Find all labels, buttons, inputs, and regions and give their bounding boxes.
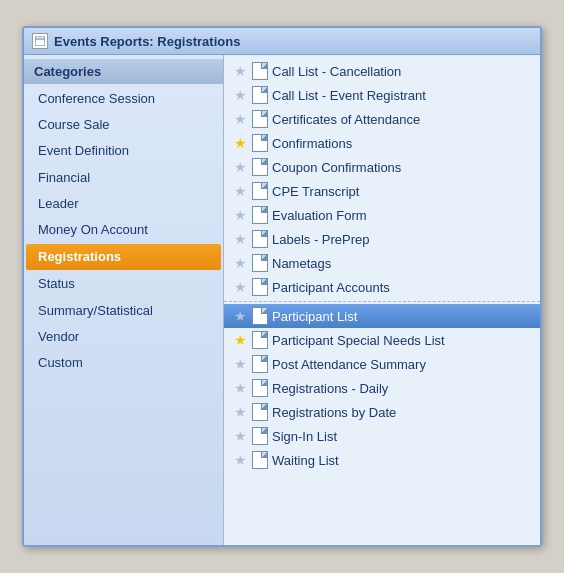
report-certificates-of-attendance[interactable]: ★ Certificates of Attendance (224, 107, 540, 131)
sidebar: Categories Conference Session Course Sal… (24, 55, 224, 545)
star-icon[interactable]: ★ (232, 255, 248, 271)
sidebar-item-vendor[interactable]: Vendor (24, 324, 223, 350)
sidebar-item-money-on-account[interactable]: Money On Account (24, 217, 223, 243)
star-icon[interactable]: ★ (232, 159, 248, 175)
doc-icon (252, 278, 268, 296)
sidebar-item-financial[interactable]: Financial (24, 165, 223, 191)
report-nametags[interactable]: ★ Nametags (224, 251, 540, 275)
report-sign-in-list[interactable]: ★ Sign-In List (224, 424, 540, 448)
report-coupon-confirmations[interactable]: ★ Coupon Confirmations (224, 155, 540, 179)
report-participant-list[interactable]: ★ Participant List (224, 304, 540, 328)
title-bar: Events Reports: Registrations (24, 28, 540, 55)
star-icon[interactable]: ★ (232, 332, 248, 348)
sidebar-item-conference-session[interactable]: Conference Session (24, 86, 223, 112)
report-registrations-daily[interactable]: ★ Registrations - Daily (224, 376, 540, 400)
report-call-list-event-registrant[interactable]: ★ Call List - Event Registrant (224, 83, 540, 107)
reports-panel: ★ Call List - Cancellation ★ Call List -… (224, 55, 540, 545)
sidebar-item-course-sale[interactable]: Course Sale (24, 112, 223, 138)
report-confirmations[interactable]: ★ Confirmations (224, 131, 540, 155)
window-title: Events Reports: Registrations (54, 34, 240, 49)
doc-icon (252, 182, 268, 200)
doc-icon (252, 206, 268, 224)
star-icon[interactable]: ★ (232, 87, 248, 103)
sidebar-item-registrations[interactable]: Registrations (26, 244, 221, 270)
star-icon[interactable]: ★ (232, 279, 248, 295)
star-icon[interactable]: ★ (232, 308, 248, 324)
window-icon (32, 33, 48, 49)
doc-icon (252, 451, 268, 469)
report-evaluation-form[interactable]: ★ Evaluation Form (224, 203, 540, 227)
star-icon[interactable]: ★ (232, 207, 248, 223)
doc-icon (252, 355, 268, 373)
doc-icon (252, 427, 268, 445)
sidebar-item-custom[interactable]: Custom (24, 350, 223, 376)
report-post-attendance-summary[interactable]: ★ Post Attendance Summary (224, 352, 540, 376)
report-participant-special-needs[interactable]: ★ Participant Special Needs List (224, 328, 540, 352)
content-area: Categories Conference Session Course Sal… (24, 55, 540, 545)
star-icon[interactable]: ★ (232, 135, 248, 151)
svg-rect-2 (36, 40, 44, 45)
report-participant-accounts[interactable]: ★ Participant Accounts (224, 275, 540, 299)
doc-icon (252, 158, 268, 176)
sidebar-item-summary-statistical[interactable]: Summary/Statistical (24, 298, 223, 324)
star-icon[interactable]: ★ (232, 380, 248, 396)
sidebar-header: Categories (24, 59, 223, 84)
report-waiting-list[interactable]: ★ Waiting List (224, 448, 540, 472)
star-icon[interactable]: ★ (232, 183, 248, 199)
sidebar-item-leader[interactable]: Leader (24, 191, 223, 217)
star-icon[interactable]: ★ (232, 428, 248, 444)
star-icon[interactable]: ★ (232, 63, 248, 79)
star-icon[interactable]: ★ (232, 356, 248, 372)
report-labels-preprep[interactable]: ★ Labels - PrePrep (224, 227, 540, 251)
divider (224, 301, 540, 302)
doc-icon (252, 110, 268, 128)
doc-icon (252, 86, 268, 104)
doc-icon (252, 62, 268, 80)
report-cpe-transcript[interactable]: ★ CPE Transcript (224, 179, 540, 203)
doc-icon (252, 254, 268, 272)
star-icon[interactable]: ★ (232, 404, 248, 420)
sidebar-item-status[interactable]: Status (24, 271, 223, 297)
star-icon[interactable]: ★ (232, 111, 248, 127)
star-icon[interactable]: ★ (232, 452, 248, 468)
main-window: Events Reports: Registrations Categories… (22, 26, 542, 547)
report-registrations-by-date[interactable]: ★ Registrations by Date (224, 400, 540, 424)
sidebar-item-event-definition[interactable]: Event Definition (24, 138, 223, 164)
doc-icon (252, 134, 268, 152)
doc-icon (252, 307, 268, 325)
doc-icon (252, 331, 268, 349)
doc-icon (252, 403, 268, 421)
doc-icon (252, 379, 268, 397)
report-call-list-cancellation[interactable]: ★ Call List - Cancellation (224, 59, 540, 83)
doc-icon (252, 230, 268, 248)
star-icon[interactable]: ★ (232, 231, 248, 247)
